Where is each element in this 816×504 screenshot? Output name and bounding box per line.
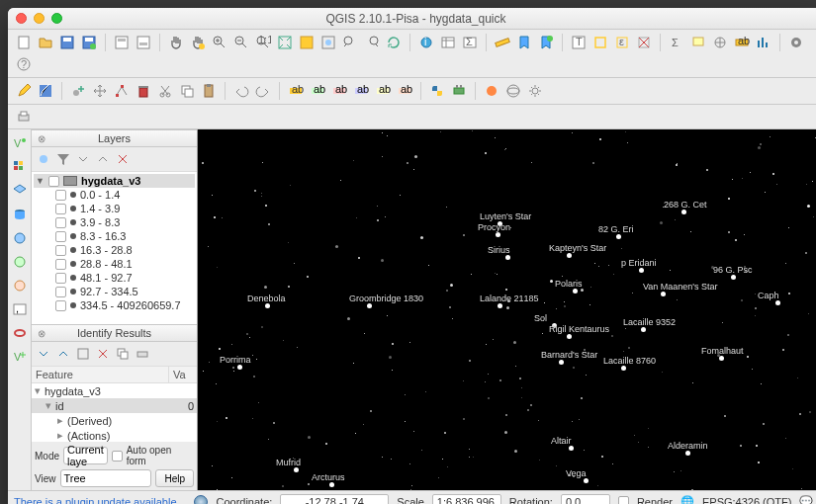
named-star[interactable]: [505, 255, 510, 260]
zoom-next[interactable]: [362, 33, 382, 52]
text-annotation[interactable]: T: [569, 33, 589, 52]
chevron-down-icon[interactable]: ▾: [45, 399, 55, 412]
named-star[interactable]: [567, 253, 572, 258]
print-results-icon[interactable]: [134, 345, 151, 363]
help[interactable]: ?: [14, 54, 34, 74]
options[interactable]: [525, 81, 545, 101]
named-star[interactable]: [685, 451, 690, 456]
layer-class-item[interactable]: 3.9 - 8.3: [34, 215, 195, 229]
help-button[interactable]: Help: [155, 469, 194, 487]
save-as[interactable]: [79, 33, 99, 52]
print-composer[interactable]: [14, 107, 34, 126]
named-star[interactable]: [367, 303, 372, 308]
class-checkbox[interactable]: [55, 245, 66, 256]
deselect[interactable]: [634, 33, 654, 52]
plugins[interactable]: [449, 81, 469, 101]
new-project[interactable]: [14, 33, 34, 52]
composer-manager[interactable]: [134, 33, 153, 52]
label-change[interactable]: abc: [395, 81, 414, 101]
add-postgis[interactable]: [10, 205, 30, 224]
pan-selection[interactable]: [188, 33, 208, 52]
named-star[interactable]: [496, 232, 500, 237]
layer-checkbox[interactable]: [48, 176, 59, 187]
add-wcs[interactable]: [10, 252, 30, 272]
redo[interactable]: [253, 81, 273, 101]
named-star[interactable]: [661, 292, 666, 296]
add-raster-layer[interactable]: [10, 157, 30, 177]
identify-tool[interactable]: i: [416, 33, 436, 52]
expand-new-icon[interactable]: [74, 345, 92, 363]
chevron-right-icon[interactable]: ▸: [57, 429, 67, 442]
named-star[interactable]: [616, 234, 621, 239]
measure-tool[interactable]: [493, 33, 512, 52]
toggle-editing[interactable]: [14, 81, 34, 101]
map-canvas[interactable]: Luyten's StarProcyon82 G. Eri268 G. CetS…: [198, 129, 816, 490]
label-rotate[interactable]: abc: [373, 81, 393, 101]
named-star[interactable]: [559, 360, 564, 365]
identify-derived[interactable]: (Derived): [67, 415, 112, 427]
identify-feature[interactable]: id: [55, 400, 170, 412]
class-checkbox[interactable]: [55, 287, 66, 297]
paste-features[interactable]: [199, 81, 219, 101]
named-star[interactable]: [621, 366, 626, 371]
pan-tool[interactable]: [166, 33, 186, 52]
node-tool[interactable]: [112, 81, 132, 101]
named-star[interactable]: [294, 467, 299, 472]
named-star[interactable]: [569, 446, 574, 451]
maximize-window[interactable]: [51, 13, 62, 24]
new-bookmark[interactable]: [536, 33, 556, 52]
layer-class-item[interactable]: 92.7 - 334.5: [34, 285, 195, 298]
add-delimited[interactable]: ,: [10, 299, 30, 319]
select-expression[interactable]: ε: [612, 33, 632, 52]
zoom-in[interactable]: [210, 33, 229, 52]
class-checkbox[interactable]: [55, 300, 66, 311]
crs[interactable]: [503, 81, 523, 101]
chevron-right-icon[interactable]: ▸: [57, 414, 67, 427]
toolbox[interactable]: [786, 33, 806, 52]
named-star[interactable]: [639, 268, 644, 273]
collapse-tree-icon[interactable]: [54, 345, 72, 363]
zoom-last[interactable]: [340, 33, 360, 52]
epsg-label[interactable]: EPSG:4326 (OTF): [702, 496, 791, 505]
add-feature[interactable]: [68, 81, 88, 101]
chevron-down-icon[interactable]: ▾: [35, 384, 45, 397]
layer-remove-icon[interactable]: [114, 150, 132, 168]
render-checkbox[interactable]: [618, 496, 629, 504]
identify-layer[interactable]: hygdata_v3: [45, 385, 101, 397]
copy-features[interactable]: [177, 81, 197, 101]
plugin-update-link[interactable]: There is a plugin update available: [14, 496, 177, 505]
save-edits[interactable]: [36, 81, 55, 101]
label-hide[interactable]: abc: [329, 81, 349, 101]
named-star[interactable]: [265, 303, 270, 308]
zoom-native[interactable]: 1:1: [253, 33, 273, 52]
layer-collapse-icon[interactable]: [94, 150, 112, 168]
layer-class-item[interactable]: 28.8 - 48.1: [34, 257, 195, 271]
named-star[interactable]: [775, 300, 780, 305]
move-feature[interactable]: [90, 81, 110, 101]
stats-summary[interactable]: Σ: [667, 33, 686, 52]
label-layer[interactable]: abc: [286, 81, 306, 101]
field-calc[interactable]: Σ: [460, 33, 480, 52]
style-manager[interactable]: [482, 81, 501, 101]
zoom-out[interactable]: [231, 33, 251, 52]
add-vector-layer[interactable]: V: [10, 133, 30, 153]
layer-class-item[interactable]: 1.4 - 3.9: [34, 202, 195, 215]
decoration[interactable]: [710, 33, 730, 52]
zoom-layer[interactable]: [318, 33, 338, 52]
coord-field[interactable]: -12.78,-1.74: [280, 494, 389, 505]
delete-selected[interactable]: [134, 81, 153, 101]
maptips[interactable]: [688, 33, 708, 52]
class-checkbox[interactable]: [55, 273, 66, 284]
zoom-full[interactable]: [275, 33, 295, 52]
class-checkbox[interactable]: [55, 190, 66, 201]
refresh[interactable]: [384, 33, 404, 52]
minimize-window[interactable]: [34, 13, 45, 24]
named-star[interactable]: [681, 210, 686, 214]
named-star[interactable]: [641, 327, 646, 332]
named-star[interactable]: [584, 478, 589, 483]
label-tool[interactable]: abc: [732, 33, 752, 52]
crs-icon[interactable]: 🌐: [680, 495, 694, 504]
named-star[interactable]: [498, 303, 502, 308]
rotation-field[interactable]: 0.0: [561, 494, 610, 505]
diagram-tool[interactable]: [754, 33, 773, 52]
